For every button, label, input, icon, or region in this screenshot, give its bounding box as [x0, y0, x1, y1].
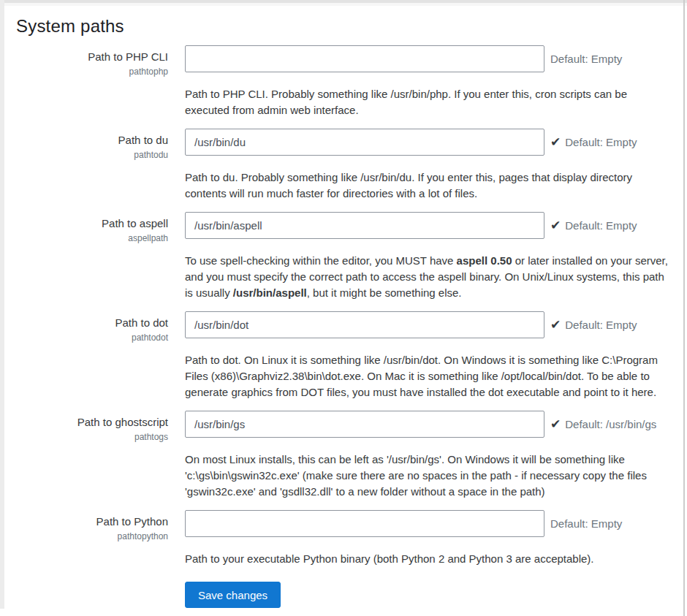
setting-row: Path to ghostscript pathtogs ✔ Default: …: [16, 411, 683, 510]
check-icon: ✔: [550, 319, 561, 331]
setting-path-input[interactable]: [185, 129, 544, 156]
setting-path-input[interactable]: [185, 45, 544, 72]
setting-label: Path to ghostscript: [16, 416, 168, 430]
default-value-area: ✔ Default: Empty: [550, 129, 637, 156]
description-segment: To use spell-checking within the editor,…: [185, 254, 457, 267]
setting-label: Path to dot: [16, 316, 168, 330]
setting-path-input[interactable]: [185, 411, 544, 438]
setting-description: Path to dot. On Linux it is something li…: [185, 352, 673, 400]
setting-label-column: Path to Python pathtopython: [16, 510, 168, 541]
setting-row: Path to Python pathtopython ✔ Default: E…: [16, 510, 683, 577]
save-changes-button[interactable]: Save changes: [185, 582, 281, 608]
setting-path-input[interactable]: [185, 510, 544, 537]
setting-label: Path to du: [16, 134, 168, 148]
setting-label: Path to PHP CLI: [16, 50, 168, 64]
setting-label-column: Path to dot pathtodot: [16, 311, 168, 343]
setting-content-column: ✔ Default: Empty Path to dot. On Linux i…: [185, 311, 683, 411]
setting-shortname: pathtodu: [16, 150, 168, 160]
default-value-area: ✔ Default: /usr/bin/gs: [550, 411, 656, 438]
description-segment: Path to du. Probably something like /usr…: [185, 171, 632, 199]
description-segment: Path to PHP CLI. Probably something like…: [185, 88, 627, 116]
setting-content-column: ✔ Default: Empty Path to du. Probably so…: [185, 129, 683, 212]
default-value-area: ✔ Default: Empty: [550, 212, 637, 239]
check-icon: ✔: [550, 136, 561, 148]
setting-shortname: pathtophp: [16, 66, 168, 77]
default-value-area: ✔ Default: Empty: [550, 311, 637, 338]
setting-input-line: ✔ Default: Empty: [185, 45, 683, 72]
setting-content-column: ✔ Default: Empty Path to your executable…: [185, 510, 683, 577]
setting-input-line: ✔ Default: Empty: [185, 510, 683, 537]
setting-label: Path to Python: [16, 515, 168, 529]
default-value-text: Default: Empty: [550, 517, 622, 530]
setting-input-line: ✔ Default: Empty: [185, 212, 683, 239]
setting-input-line: ✔ Default: Empty: [185, 129, 683, 156]
description-segment: On most Linux installs, this can be left…: [185, 453, 647, 498]
setting-shortname: aspellpath: [16, 233, 168, 243]
setting-label-column: Path to ghostscript pathtogs: [16, 411, 168, 442]
setting-row: Path to aspell aspellpath ✔ Default: Emp…: [16, 212, 683, 311]
default-value-text: Default: Empty: [550, 53, 622, 65]
setting-row: Path to PHP CLI pathtophp ✔ Default: Emp…: [16, 45, 683, 129]
setting-label: Path to aspell: [16, 217, 168, 231]
default-value-area: ✔ Default: Empty: [550, 45, 622, 72]
setting-label-column: Path to PHP CLI pathtophp: [16, 45, 168, 77]
setting-shortname: pathtogs: [16, 432, 168, 442]
panel-right-edge: [683, 0, 685, 616]
setting-label-column: Path to du pathtodu: [16, 129, 168, 160]
setting-shortname: pathtopython: [16, 531, 168, 541]
check-icon: ✔: [550, 219, 561, 232]
description-segment: /usr/bin/aspell: [233, 286, 307, 299]
setting-content-column: ✔ Default: Empty Path to PHP CLI. Probab…: [185, 45, 683, 129]
setting-description: On most Linux installs, this can be left…: [185, 452, 673, 500]
setting-description: Path to your executable Python binary (b…: [185, 551, 673, 567]
description-segment: aspell 0.50: [457, 254, 512, 267]
setting-label-column: Path to aspell aspellpath: [16, 212, 168, 243]
setting-description: Path to PHP CLI. Probably something like…: [185, 86, 673, 118]
default-value-text: Default: /usr/bin/gs: [565, 418, 656, 430]
setting-shortname: pathtodot: [16, 332, 168, 343]
description-segment: , but it might be something else.: [307, 286, 462, 299]
setting-input-line: ✔ Default: /usr/bin/gs: [185, 411, 683, 438]
default-value-text: Default: Empty: [565, 219, 637, 232]
settings-form: Path to PHP CLI pathtophp ✔ Default: Emp…: [16, 45, 683, 577]
description-segment: Path to your executable Python binary (b…: [185, 552, 594, 565]
check-icon: ✔: [550, 418, 561, 430]
form-actions: Save changes: [185, 582, 683, 608]
page-title: System paths: [16, 16, 683, 37]
default-value-area: ✔ Default: Empty: [550, 510, 622, 537]
setting-description: Path to du. Probably something like /usr…: [185, 170, 673, 202]
setting-input-line: ✔ Default: Empty: [185, 311, 683, 338]
system-paths-settings-page: System paths Path to PHP CLI pathtophp ✔…: [4, 6, 683, 616]
setting-content-column: ✔ Default: Empty To use spell-checking w…: [185, 212, 683, 311]
setting-path-input[interactable]: [185, 212, 544, 239]
default-value-text: Default: Empty: [565, 136, 637, 148]
description-segment: Path to dot. On Linux it is something li…: [185, 354, 658, 398]
setting-path-input[interactable]: [185, 311, 544, 338]
setting-description: To use spell-checking within the editor,…: [185, 253, 673, 301]
setting-row: Path to du pathtodu ✔ Default: Empty Pat…: [16, 129, 683, 212]
setting-row: Path to dot pathtodot ✔ Default: Empty P…: [16, 311, 683, 411]
default-value-text: Default: Empty: [565, 319, 637, 331]
setting-content-column: ✔ Default: /usr/bin/gs On most Linux ins…: [185, 411, 683, 510]
